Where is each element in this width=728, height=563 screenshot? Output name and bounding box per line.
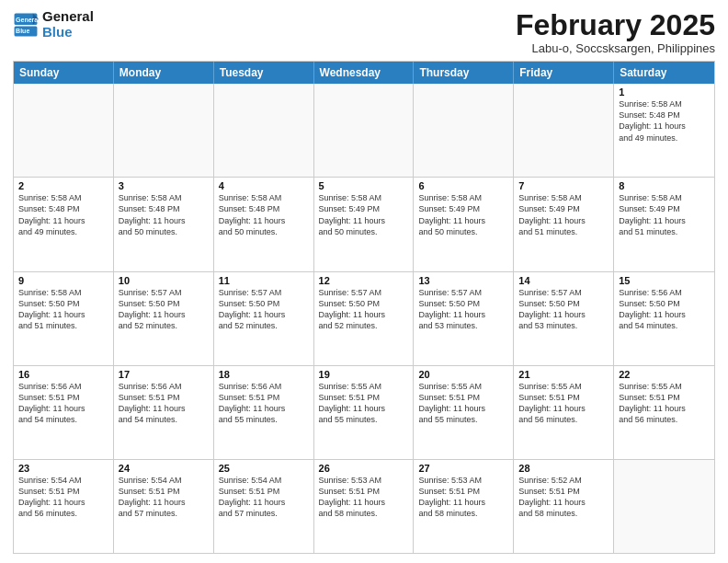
cal-day-22: 22Sunrise: 5:55 AM Sunset: 5:51 PM Dayli… — [614, 366, 714, 459]
day-number: 22 — [619, 369, 710, 380]
cal-week-3: 9Sunrise: 5:58 AM Sunset: 5:50 PM Daylig… — [14, 271, 714, 365]
day-number: 11 — [219, 275, 309, 286]
cal-day-2: 2Sunrise: 5:58 AM Sunset: 5:48 PM Daylig… — [14, 178, 114, 270]
day-number: 20 — [418, 369, 508, 380]
day-info: Sunrise: 5:55 AM Sunset: 5:51 PM Dayligh… — [619, 381, 710, 426]
svg-text:Blue: Blue — [16, 28, 29, 34]
day-number: 15 — [619, 275, 710, 286]
logo-line1: General — [42, 9, 94, 25]
cal-day-19: 19Sunrise: 5:55 AM Sunset: 5:51 PM Dayli… — [314, 366, 415, 459]
day-info: Sunrise: 5:58 AM Sunset: 5:50 PM Dayligh… — [18, 287, 108, 332]
cal-day-17: 17Sunrise: 5:56 AM Sunset: 5:51 PM Dayli… — [114, 366, 214, 459]
cal-header-day-sunday: Sunday — [14, 62, 114, 84]
day-number: 16 — [18, 369, 108, 380]
cal-day-6: 6Sunrise: 5:58 AM Sunset: 5:49 PM Daylig… — [414, 178, 514, 270]
day-number: 10 — [119, 275, 209, 286]
cal-day-25: 25Sunrise: 5:54 AM Sunset: 5:51 PM Dayli… — [214, 460, 314, 553]
day-info: Sunrise: 5:56 AM Sunset: 5:51 PM Dayligh… — [119, 381, 209, 426]
day-info: Sunrise: 5:55 AM Sunset: 5:51 PM Dayligh… — [319, 381, 409, 426]
cal-week-4: 16Sunrise: 5:56 AM Sunset: 5:51 PM Dayli… — [14, 365, 714, 459]
calendar: SundayMondayTuesdayWednesdayThursdayFrid… — [13, 61, 715, 554]
day-info: Sunrise: 5:55 AM Sunset: 5:51 PM Dayligh… — [518, 381, 609, 426]
day-number: 7 — [518, 180, 609, 191]
day-number: 28 — [518, 463, 609, 474]
cal-cell-empty — [414, 84, 514, 177]
day-info: Sunrise: 5:57 AM Sunset: 5:50 PM Dayligh… — [119, 287, 209, 332]
cal-day-15: 15Sunrise: 5:56 AM Sunset: 5:50 PM Dayli… — [614, 272, 714, 365]
cal-cell-empty — [514, 84, 614, 177]
cal-day-12: 12Sunrise: 5:57 AM Sunset: 5:50 PM Dayli… — [314, 272, 415, 365]
cal-day-13: 13Sunrise: 5:57 AM Sunset: 5:50 PM Dayli… — [414, 272, 514, 365]
cal-week-1: 1Sunrise: 5:58 AM Sunset: 5:48 PM Daylig… — [14, 84, 714, 177]
day-number: 9 — [18, 275, 108, 286]
day-number: 27 — [418, 463, 508, 474]
cal-week-5: 23Sunrise: 5:54 AM Sunset: 5:51 PM Dayli… — [14, 459, 714, 553]
day-info: Sunrise: 5:57 AM Sunset: 5:50 PM Dayligh… — [219, 287, 309, 332]
cal-week-2: 2Sunrise: 5:58 AM Sunset: 5:48 PM Daylig… — [14, 177, 714, 270]
day-info: Sunrise: 5:57 AM Sunset: 5:50 PM Dayligh… — [518, 287, 609, 332]
cal-day-20: 20Sunrise: 5:55 AM Sunset: 5:51 PM Dayli… — [414, 366, 514, 459]
cal-header-day-monday: Monday — [114, 62, 214, 84]
cal-day-23: 23Sunrise: 5:54 AM Sunset: 5:51 PM Dayli… — [14, 460, 114, 553]
day-info: Sunrise: 5:57 AM Sunset: 5:50 PM Dayligh… — [418, 287, 508, 332]
day-info: Sunrise: 5:58 AM Sunset: 5:48 PM Dayligh… — [18, 192, 108, 237]
day-info: Sunrise: 5:58 AM Sunset: 5:48 PM Dayligh… — [119, 192, 209, 237]
day-info: Sunrise: 5:58 AM Sunset: 5:48 PM Dayligh… — [219, 192, 309, 237]
day-info: Sunrise: 5:58 AM Sunset: 5:49 PM Dayligh… — [518, 192, 609, 237]
cal-header-day-wednesday: Wednesday — [314, 62, 415, 84]
day-info: Sunrise: 5:58 AM Sunset: 5:49 PM Dayligh… — [619, 192, 710, 237]
page: General Blue General Blue February 2025 … — [0, 0, 728, 563]
calendar-header: SundayMondayTuesdayWednesdayThursdayFrid… — [14, 62, 714, 84]
day-info: Sunrise: 5:57 AM Sunset: 5:50 PM Dayligh… — [319, 287, 409, 332]
cal-day-18: 18Sunrise: 5:56 AM Sunset: 5:51 PM Dayli… — [214, 366, 314, 459]
cal-day-24: 24Sunrise: 5:54 AM Sunset: 5:51 PM Dayli… — [114, 460, 214, 553]
day-info: Sunrise: 5:56 AM Sunset: 5:51 PM Dayligh… — [18, 381, 108, 426]
day-info: Sunrise: 5:54 AM Sunset: 5:51 PM Dayligh… — [119, 475, 209, 520]
cal-day-16: 16Sunrise: 5:56 AM Sunset: 5:51 PM Dayli… — [14, 366, 114, 459]
cal-day-8: 8Sunrise: 5:58 AM Sunset: 5:49 PM Daylig… — [614, 178, 714, 270]
day-info: Sunrise: 5:53 AM Sunset: 5:51 PM Dayligh… — [418, 475, 508, 520]
logo-line2: Blue — [42, 24, 73, 40]
cal-day-21: 21Sunrise: 5:55 AM Sunset: 5:51 PM Dayli… — [514, 366, 614, 459]
day-number: 21 — [518, 369, 609, 380]
logo: General Blue General Blue — [13, 9, 94, 40]
cal-cell-empty — [14, 84, 114, 177]
day-number: 24 — [119, 463, 209, 474]
cal-header-day-saturday: Saturday — [614, 62, 714, 84]
cal-day-1: 1Sunrise: 5:58 AM Sunset: 5:48 PM Daylig… — [614, 84, 714, 177]
svg-text:General: General — [16, 16, 39, 22]
day-number: 23 — [18, 463, 108, 474]
cal-day-28: 28Sunrise: 5:52 AM Sunset: 5:51 PM Dayli… — [514, 460, 614, 553]
cal-cell-empty — [114, 84, 214, 177]
day-number: 19 — [319, 369, 409, 380]
cal-day-4: 4Sunrise: 5:58 AM Sunset: 5:48 PM Daylig… — [214, 178, 314, 270]
day-number: 3 — [119, 180, 209, 191]
day-info: Sunrise: 5:54 AM Sunset: 5:51 PM Dayligh… — [219, 475, 309, 520]
cal-day-5: 5Sunrise: 5:58 AM Sunset: 5:49 PM Daylig… — [314, 178, 415, 270]
day-info: Sunrise: 5:58 AM Sunset: 5:48 PM Dayligh… — [619, 98, 710, 144]
day-number: 8 — [619, 180, 710, 191]
cal-day-27: 27Sunrise: 5:53 AM Sunset: 5:51 PM Dayli… — [414, 460, 514, 553]
day-info: Sunrise: 5:54 AM Sunset: 5:51 PM Dayligh… — [18, 475, 108, 520]
cal-day-26: 26Sunrise: 5:53 AM Sunset: 5:51 PM Dayli… — [314, 460, 415, 553]
day-info: Sunrise: 5:56 AM Sunset: 5:51 PM Dayligh… — [219, 381, 309, 426]
day-number: 17 — [119, 369, 209, 380]
title-block: February 2025 Labu-o, Soccsksargen, Phil… — [516, 9, 715, 55]
cal-cell-empty — [314, 84, 415, 177]
day-number: 14 — [518, 275, 609, 286]
cal-cell-empty — [214, 84, 314, 177]
cal-day-3: 3Sunrise: 5:58 AM Sunset: 5:48 PM Daylig… — [114, 178, 214, 270]
day-number: 25 — [219, 463, 309, 474]
day-number: 5 — [319, 180, 409, 191]
day-info: Sunrise: 5:56 AM Sunset: 5:50 PM Dayligh… — [619, 287, 710, 332]
day-number: 26 — [319, 463, 409, 474]
day-info: Sunrise: 5:53 AM Sunset: 5:51 PM Dayligh… — [319, 475, 409, 520]
day-number: 6 — [418, 180, 508, 191]
day-number: 4 — [219, 180, 309, 191]
cal-day-7: 7Sunrise: 5:58 AM Sunset: 5:49 PM Daylig… — [514, 178, 614, 270]
day-info: Sunrise: 5:52 AM Sunset: 5:51 PM Dayligh… — [518, 475, 609, 520]
cal-header-day-thursday: Thursday — [414, 62, 514, 84]
subtitle: Labu-o, Soccsksargen, Philippines — [516, 41, 715, 55]
cal-day-9: 9Sunrise: 5:58 AM Sunset: 5:50 PM Daylig… — [14, 272, 114, 365]
cal-day-14: 14Sunrise: 5:57 AM Sunset: 5:50 PM Dayli… — [514, 272, 614, 365]
